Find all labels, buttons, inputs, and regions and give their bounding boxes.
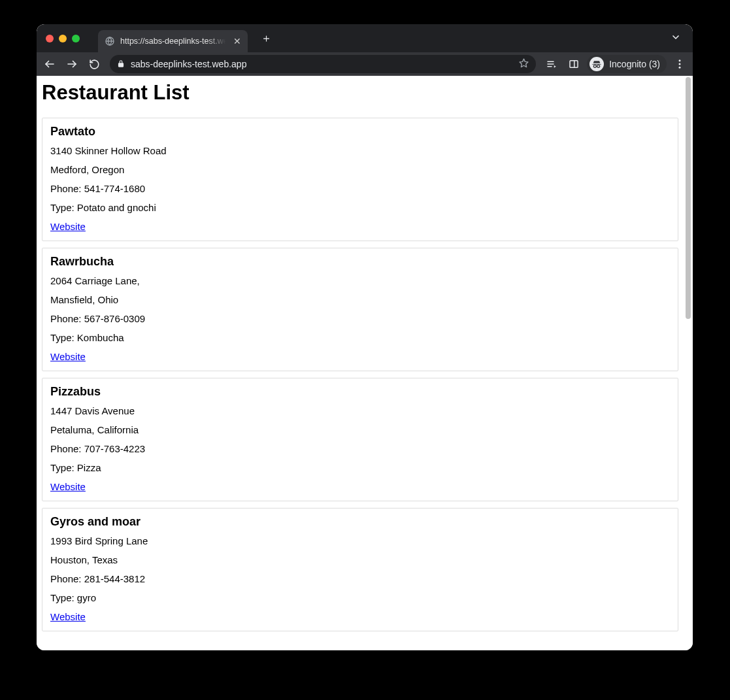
url-text: sabs-deeplinks-test.web.app [131,59,513,69]
reload-button[interactable] [85,55,103,73]
toolbar: sabs-deeplinks-test.web.app Incognito (3… [37,52,693,76]
restaurant-city: Mansfield, Ohio [50,294,670,305]
restaurant-type: Type: Kombucha [50,332,670,343]
menu-button[interactable] [671,55,689,73]
restaurant-card: Pawtato3140 Skinner Hollow RoadMedford, … [42,118,678,241]
forward-button[interactable] [63,55,81,73]
globe-icon [105,36,115,46]
restaurant-phone: Phone: 541-774-1680 [50,183,670,194]
restaurant-city: Houston, Texas [50,554,670,565]
minimize-window-button[interactable] [59,35,67,42]
lock-icon [116,59,125,69]
restaurant-address: 3140 Skinner Hollow Road [50,145,670,156]
restaurant-type: Type: gyro [50,592,670,603]
window-controls [43,35,80,42]
incognito-icon [589,57,604,71]
svg-point-13 [679,63,681,65]
restaurant-type: Type: Pizza [50,462,670,473]
svg-point-10 [594,65,597,67]
restaurant-name: Pawtato [50,125,670,139]
tabs-dropdown-button[interactable] [665,32,686,44]
maximize-window-button[interactable] [72,35,80,42]
svg-marker-3 [520,59,528,67]
restaurant-address: 2064 Carriage Lane, [50,275,670,286]
incognito-label: Incognito (3) [609,59,660,69]
restaurant-address: 1447 Davis Avenue [50,405,670,416]
scrollbar-thumb[interactable] [686,77,691,319]
restaurant-name: Gyros and moar [50,515,670,529]
page-title: Restaurant List [42,81,678,105]
restaurant-type: Type: Potato and gnochi [50,202,670,213]
restaurant-address: 1993 Bird Spring Lane [50,535,670,546]
restaurant-card: Rawrbucha2064 Carriage Lane,Mansfield, O… [42,248,678,371]
bookmark-star-icon[interactable] [518,58,529,71]
browser-window: https://sabs-deeplinks-test.we ✕ ＋ sabs-… [37,24,693,650]
restaurant-website-link[interactable]: Website [50,351,86,362]
page-content: Restaurant List Pawtato3140 Skinner Holl… [37,76,684,650]
close-window-button[interactable] [46,35,54,42]
restaurant-card: Gyros and moar1993 Bird Spring LaneHoust… [42,508,678,631]
close-tab-icon[interactable]: ✕ [233,37,241,46]
svg-point-14 [679,67,681,69]
restaurant-city: Petaluma, California [50,424,670,435]
restaurant-name: Rawrbucha [50,255,670,269]
side-panel-icon[interactable] [565,55,583,73]
restaurant-website-link[interactable]: Website [50,221,86,232]
restaurant-phone: Phone: 707-763-4223 [50,443,670,454]
restaurant-city: Medford, Oregon [50,164,670,175]
scrollbar[interactable] [684,77,692,319]
restaurant-website-link[interactable]: Website [50,481,86,492]
media-control-icon[interactable] [542,55,561,73]
restaurant-card: Pizzabus1447 Davis AvenuePetaluma, Calif… [42,378,678,501]
titlebar: https://sabs-deeplinks-test.we ✕ ＋ [37,24,693,52]
restaurant-website-link[interactable]: Website [50,611,86,622]
restaurant-list: Pawtato3140 Skinner Hollow RoadMedford, … [42,118,678,631]
page-viewport: Restaurant List Pawtato3140 Skinner Holl… [37,76,693,650]
svg-point-12 [679,59,681,61]
restaurant-phone: Phone: 281-544-3812 [50,573,670,584]
incognito-indicator[interactable]: Incognito (3) [587,55,667,73]
restaurant-phone: Phone: 567-876-0309 [50,313,670,324]
back-button[interactable] [41,55,59,73]
restaurant-name: Pizzabus [50,385,670,399]
svg-point-11 [597,65,600,67]
svg-marker-7 [554,65,556,68]
new-tab-button[interactable]: ＋ [257,30,276,46]
address-bar[interactable]: sabs-deeplinks-test.web.app [110,55,536,73]
browser-tab[interactable]: https://sabs-deeplinks-test.we ✕ [98,30,248,52]
tab-title: https://sabs-deeplinks-test.we [120,37,228,46]
